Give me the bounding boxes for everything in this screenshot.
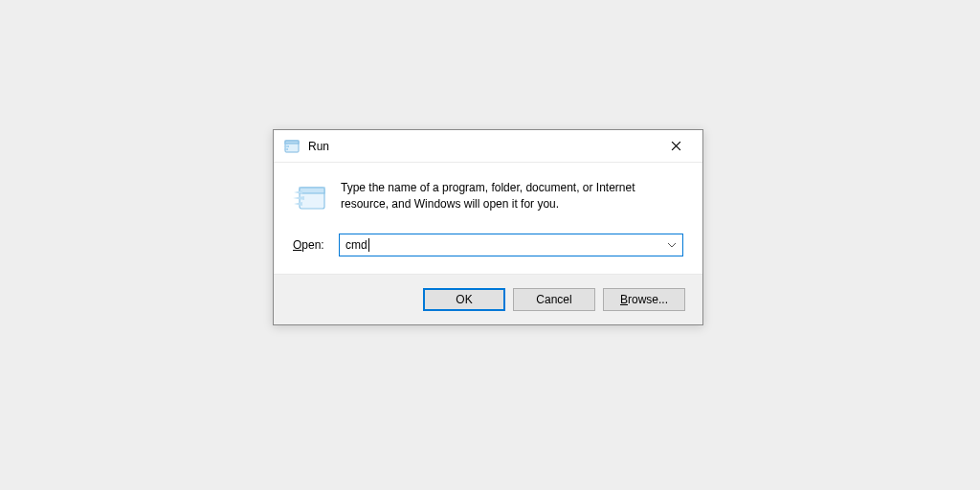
open-input[interactable] <box>340 234 661 256</box>
dialog-title: Run <box>308 140 657 153</box>
ok-button[interactable]: OK <box>423 288 505 311</box>
text-caret <box>368 238 369 252</box>
dialog-footer: OK Cancel Browse... <box>274 274 702 324</box>
description-text: Type the name of a program, folder, docu… <box>341 180 683 213</box>
browse-button[interactable]: Browse... <box>603 288 685 311</box>
run-dialog: Run Type the name of a program, folder, … <box>273 129 703 325</box>
close-icon <box>671 141 681 151</box>
run-icon <box>283 138 301 155</box>
svg-rect-3 <box>300 188 324 193</box>
open-label: Open: <box>293 238 331 252</box>
cancel-button[interactable]: Cancel <box>513 288 595 311</box>
combobox-dropdown-button[interactable] <box>661 234 682 256</box>
close-button[interactable] <box>657 132 695 161</box>
open-combobox[interactable] <box>339 234 683 256</box>
description-row: Type the name of a program, folder, docu… <box>293 180 683 216</box>
run-large-icon <box>293 182 327 216</box>
open-row: Open: <box>293 234 683 256</box>
chevron-down-icon <box>667 242 677 248</box>
titlebar[interactable]: Run <box>274 130 702 163</box>
dialog-body: Type the name of a program, folder, docu… <box>274 163 702 274</box>
